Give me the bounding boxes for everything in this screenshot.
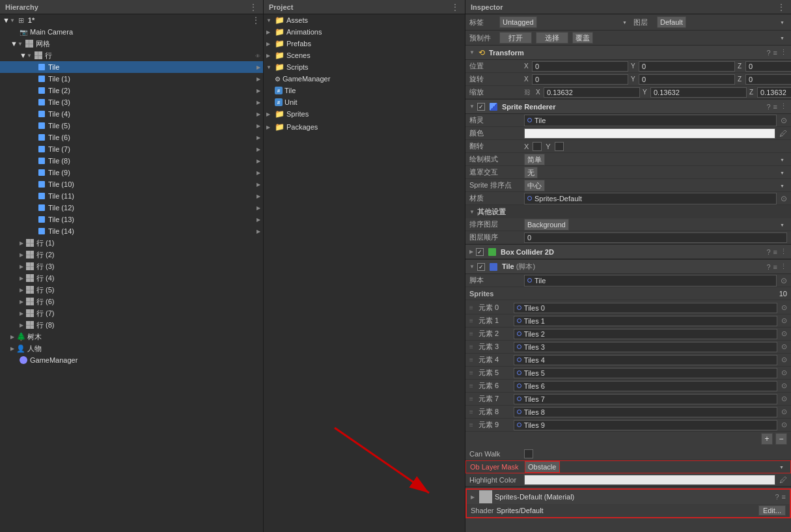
scenes-item[interactable]: 📁 Scenes: [264, 49, 465, 61]
script-value-field[interactable]: Tile: [524, 275, 777, 287]
sort-layer-select[interactable]: Background: [524, 219, 569, 231]
scripts-item[interactable]: 📁 Scripts: [264, 61, 465, 73]
tile2-item[interactable]: Tile (2) ▶: [0, 85, 263, 96]
scene-menu-icon[interactable]: ⋮: [251, 15, 260, 25]
box-collider-menu-icon[interactable]: ⋮: [780, 247, 787, 256]
transform-more-icon[interactable]: ≡: [773, 49, 777, 57]
hang3-item[interactable]: ▶ 行 (3): [0, 260, 263, 272]
transform-help-icon[interactable]: ?: [766, 49, 770, 57]
sprite-renderer-help-icon[interactable]: ?: [766, 103, 770, 111]
scene-root-item[interactable]: ▼ ⊞ 1* ⋮: [0, 14, 263, 26]
tile10-item[interactable]: Tile (10) ▶: [0, 178, 263, 190]
element-value-8[interactable]: Tiles 8: [514, 407, 777, 417]
sprite-sort-select[interactable]: 中心: [524, 180, 545, 191]
script-target-icon[interactable]: ⊙: [781, 276, 787, 285]
assets-options-icon[interactable]: ⋮: [451, 2, 460, 12]
hang-item[interactable]: ▼ 行 👁: [0, 49, 263, 61]
scale-z-input[interactable]: [757, 87, 791, 98]
assets-root-item[interactable]: 📁 Assets: [264, 14, 465, 26]
tile-script-menu-icon[interactable]: ⋮: [780, 262, 787, 271]
tile6-item[interactable]: Tile (6) ▶: [0, 132, 263, 143]
element-value-2[interactable]: Tiles 2: [514, 329, 777, 339]
element-value-4[interactable]: Tiles 4: [514, 355, 777, 365]
hierarchy-options-icon[interactable]: ⋮: [249, 2, 258, 12]
other-expand-icon[interactable]: ▼: [469, 209, 475, 215]
hang2-item[interactable]: ▶ 行 (2): [0, 249, 263, 260]
select-button[interactable]: 选择: [536, 32, 568, 44]
element-value-9[interactable]: Tiles 9: [514, 420, 777, 430]
hang4-item[interactable]: ▶ 行 (4): [0, 272, 263, 284]
open-button[interactable]: 打开: [499, 32, 532, 44]
rotation-z-input[interactable]: [745, 74, 791, 85]
element-target-4[interactable]: ⊙: [781, 356, 787, 364]
tile-item[interactable]: Tile ▶: [0, 61, 263, 73]
position-y-input[interactable]: [639, 61, 735, 72]
tile-script-toggle[interactable]: [477, 263, 485, 271]
tile13-item[interactable]: Tile (13) ▶: [0, 214, 263, 225]
rotation-y-input[interactable]: [639, 74, 735, 85]
scale-x-input[interactable]: [544, 87, 640, 98]
transform-menu-icon[interactable]: ⋮: [780, 48, 787, 57]
packages-item[interactable]: 📁 Packages: [264, 121, 465, 133]
animations-item[interactable]: 📁 Animations: [264, 26, 465, 38]
box-collider-more-icon[interactable]: ≡: [773, 248, 777, 256]
color-picker-icon[interactable]: 🖊: [779, 129, 787, 138]
tile5-item[interactable]: Tile (5) ▶: [0, 120, 263, 132]
hang5-item[interactable]: ▶ 行 (5): [0, 284, 263, 296]
inspector-options-icon[interactable]: ⋮: [777, 2, 786, 12]
element-target-7[interactable]: ⊙: [781, 395, 787, 403]
material-more-icon[interactable]: ≡: [782, 493, 786, 501]
element-target-3[interactable]: ⊙: [781, 343, 787, 351]
ob-layer-select[interactable]: Obstacle: [525, 461, 560, 473]
flip-y-checkbox[interactable]: [555, 142, 564, 151]
element-value-0[interactable]: Tiles 0: [514, 303, 777, 313]
element-target-0[interactable]: ⊙: [781, 303, 787, 312]
sprite-renderer-menu-icon[interactable]: ⋮: [780, 102, 787, 111]
prefabs-item[interactable]: 📁 Prefabs: [264, 38, 465, 49]
element-target-8[interactable]: ⊙: [781, 408, 787, 416]
highlight-color-swatch[interactable]: [524, 475, 775, 485]
inspector-scroll-area[interactable]: 标签 Untagged 图层 Default 预制件 打开 选择: [465, 14, 791, 532]
element-target-5[interactable]: ⊙: [781, 369, 787, 377]
element-target-2[interactable]: ⊙: [781, 329, 787, 338]
sprite-renderer-more-icon[interactable]: ≡: [773, 103, 777, 111]
tile9-item[interactable]: Tile (9) ▶: [0, 167, 263, 178]
tile1-item[interactable]: Tile (1) ▶: [0, 73, 263, 85]
unit-cs-item[interactable]: # Unit: [264, 96, 465, 108]
overwrite-dropdown[interactable]: 覆盖: [572, 32, 593, 44]
tile4-item[interactable]: Tile (4) ▶: [0, 108, 263, 120]
box-collider-toggle[interactable]: [476, 248, 484, 256]
highlight-color-picker-icon[interactable]: 🖊: [779, 475, 787, 484]
hang8-item[interactable]: ▶ 行 (8): [0, 319, 263, 331]
element-value-1[interactable]: Tiles 1: [514, 316, 777, 326]
element-target-6[interactable]: ⊙: [781, 382, 787, 390]
wangluo-item[interactable]: ▼ 网格: [0, 38, 263, 49]
mask-select[interactable]: 无: [524, 167, 538, 178]
tile-script-more-icon[interactable]: ≡: [773, 263, 777, 271]
can-walk-checkbox[interactable]: [524, 449, 533, 458]
position-x-input[interactable]: [532, 61, 628, 72]
color-value-field[interactable]: [524, 128, 775, 139]
tag-dropdown[interactable]: Untagged: [499, 16, 537, 28]
box-collider-expand-icon[interactable]: ▶: [469, 249, 473, 255]
element-value-5[interactable]: Tiles 5: [514, 368, 777, 378]
tile11-item[interactable]: Tile (11) ▶: [0, 190, 263, 202]
shumu-item[interactable]: ▶ 🌲 树木: [0, 331, 263, 343]
element-value-7[interactable]: Tiles 7: [514, 394, 777, 404]
sprite-target-icon[interactable]: ⊙: [781, 116, 787, 125]
gamemanager-cs-item[interactable]: ⚙ GameManager: [264, 73, 465, 85]
material-expand-icon[interactable]: ▶: [471, 494, 475, 500]
material-help-icon[interactable]: ?: [775, 493, 779, 501]
tile3-item[interactable]: Tile (3) ▶: [0, 96, 263, 108]
order-input[interactable]: [524, 232, 787, 243]
hang7-item[interactable]: ▶ 行 (7): [0, 307, 263, 319]
tile-cs-item[interactable]: # Tile: [264, 85, 465, 96]
material-value-field[interactable]: Sprites-Default: [524, 193, 777, 204]
edit-shader-button[interactable]: Edit...: [758, 505, 786, 516]
sprites-item[interactable]: 📁 Sprites: [264, 108, 465, 120]
gamemanager-item[interactable]: GameManager: [0, 354, 263, 366]
sprites-remove-button[interactable]: −: [775, 433, 787, 445]
flip-x-checkbox[interactable]: [533, 142, 542, 151]
sprite-value-field[interactable]: Tile: [524, 115, 777, 126]
sprite-renderer-expand-icon[interactable]: ▼: [469, 104, 475, 109]
